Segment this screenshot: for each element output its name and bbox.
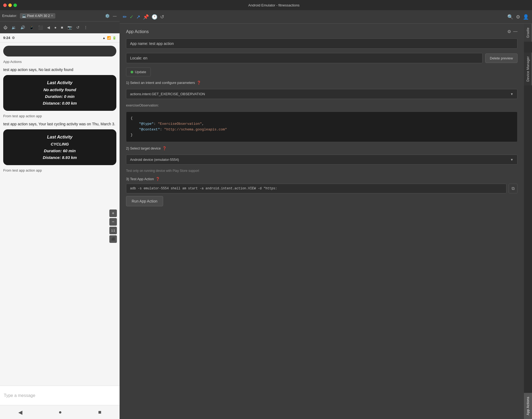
chat-text-1: test app action says, No last activity f… xyxy=(3,67,116,72)
section-2-help-icon[interactable]: ❓ xyxy=(162,146,167,150)
code-type-key: "@type" xyxy=(131,122,154,126)
code-brace-close: } xyxy=(131,133,133,137)
device-tab[interactable]: 💻 Pixel 4 API 30 2 ✕ xyxy=(20,13,56,19)
command-row: adb -s emulator-5554 shell am start -a a… xyxy=(126,184,517,193)
right-toolbar: ✏ ✓ ↗ 📌 🕐 ↺ 🔍 ⚙ 👤 xyxy=(120,10,532,24)
pin-icon[interactable]: 📌 xyxy=(143,14,149,20)
status-time: 9:24 xyxy=(3,36,10,40)
fit-screen-button[interactable]: ⬛ xyxy=(109,235,117,243)
app-actions-content: App Actions ⚙ — App name: test app actio… xyxy=(120,24,524,419)
pencil-icon[interactable]: ✏ xyxy=(123,14,127,20)
minimize-icon[interactable]: — xyxy=(112,13,117,19)
app-name-field[interactable]: App name: test app action xyxy=(126,38,517,49)
screenshot-icon[interactable]: 📷 xyxy=(67,24,73,30)
minimize-button[interactable] xyxy=(8,3,12,7)
settings-icon[interactable]: ⚙️ xyxy=(104,13,110,19)
rewind-icon[interactable]: ↺ xyxy=(76,24,80,30)
check-icon[interactable]: ✓ xyxy=(130,14,134,20)
intent-dropdown-arrow: ▼ xyxy=(510,92,513,96)
message-placeholder: Type a message xyxy=(4,393,35,398)
command-input: adb -s emulator-5554 shell am start -a a… xyxy=(126,184,506,193)
home-nav-icon[interactable]: ● xyxy=(59,409,62,415)
update-label: Update xyxy=(135,70,146,74)
update-button[interactable]: Update xyxy=(126,68,151,76)
emulator-label: Emulator: xyxy=(2,14,17,18)
card2-title: Last Activity xyxy=(9,135,111,140)
param-label: exerciseObservation: xyxy=(126,103,517,107)
undo-icon[interactable]: ↺ xyxy=(160,14,164,20)
back-nav-icon[interactable]: ◀ xyxy=(18,409,22,416)
traffic-lights xyxy=(3,3,17,7)
from-label-2: From test app action app xyxy=(3,113,116,119)
locale-field[interactable]: Locale: en xyxy=(126,53,483,63)
app-actions-panel: App Actions ⚙ — App name: test app actio… xyxy=(120,24,532,419)
title-bar: Android Emulator - fitnessactions xyxy=(0,0,532,10)
card1-line1: No activity found xyxy=(9,87,111,92)
code-block: { "@type": "ExerciseObservation", "@cont… xyxy=(126,112,517,142)
activity-card-2: Last Activity CYCLING Duration: 60 min D… xyxy=(3,129,116,165)
device-close-icon[interactable]: ✕ xyxy=(51,14,53,17)
clock-icon[interactable]: 🕐 xyxy=(152,14,157,20)
gradle-tab[interactable]: Gradle xyxy=(524,24,532,42)
window-title: Android Emulator - fitnessactions xyxy=(19,3,529,7)
section-1-label: 1) Select an intent and configure parame… xyxy=(126,81,517,85)
wifi-icon: ▲ xyxy=(102,36,106,40)
intent-value: actions.intent.GET_EXERCISE_OBSERVATION xyxy=(130,92,205,96)
home-icon[interactable]: ● xyxy=(53,24,57,30)
from-label-1: App Actions xyxy=(3,59,116,64)
rotate-icon[interactable]: 📱 xyxy=(28,24,35,30)
message-input-area[interactable]: Type a message xyxy=(0,386,120,405)
volume-up-icon[interactable]: 🔊 xyxy=(20,24,26,30)
code-brace-open: { xyxy=(131,116,133,120)
code-colon1: : xyxy=(154,122,158,126)
close-button[interactable] xyxy=(3,3,7,7)
emulator-panel: Emulator: 💻 Pixel 4 API 30 2 ✕ ⚙️ — ⏻ 🔉 … xyxy=(0,10,120,419)
recents-nav-icon[interactable]: ■ xyxy=(98,409,101,415)
copy-button[interactable]: ⧉ xyxy=(509,184,517,193)
signal-icon: 📶 xyxy=(107,36,111,40)
power-icon[interactable]: ⏻ xyxy=(3,24,8,30)
stop-icon[interactable]: ■ xyxy=(60,24,64,30)
panel-title-icons: ⚙ — xyxy=(507,29,517,34)
person-icon[interactable]: 👤 xyxy=(523,14,529,20)
activity-card-1: Last Activity No activity found Duration… xyxy=(3,75,116,111)
section-3-area: 3) Test App Action ❓ adb -s emulator-555… xyxy=(126,177,517,206)
code-context-val: "http://schema.googleapis.com" xyxy=(164,127,227,132)
intent-dropdown[interactable]: actions.intent.GET_EXERCISE_OBSERVATION … xyxy=(126,89,517,99)
settings-icon[interactable]: ⚙ xyxy=(516,14,520,20)
zoom-in-button[interactable]: + xyxy=(109,210,117,217)
right-panel: ✏ ✓ ↗ 📌 🕐 ↺ 🔍 ⚙ 👤 App Actions ⚙ — xyxy=(120,10,532,419)
device-name: Pixel 4 API 30 2 xyxy=(27,14,50,18)
volume-down-icon[interactable]: 🔉 xyxy=(11,24,17,30)
arrow-up-icon[interactable]: ↗ xyxy=(136,14,140,20)
app-actions-tab[interactable]: App Actions xyxy=(524,393,532,419)
section-3-help-icon[interactable]: ❓ xyxy=(156,177,160,181)
run-app-action-button[interactable]: Run App Action xyxy=(126,196,163,206)
card2-line1: CYCLING xyxy=(9,142,111,146)
from-label-3: From test app action app xyxy=(3,168,116,173)
search-icon[interactable]: 🔍 xyxy=(507,14,513,20)
device-dropdown[interactable]: Android device (emulator-5554) ▼ xyxy=(126,155,517,165)
zoom-reset-button[interactable]: 1:1 xyxy=(109,227,117,234)
zoom-out-button[interactable]: − xyxy=(109,218,117,226)
card1-line3: Distance: 0.00 km xyxy=(9,101,111,105)
panel-minimize-icon[interactable]: — xyxy=(513,29,517,34)
more-icon[interactable]: ⋮ xyxy=(83,24,88,30)
emulator-toolbar: Emulator: 💻 Pixel 4 API 30 2 ✕ ⚙️ — xyxy=(0,10,120,22)
code-comma1: , xyxy=(202,122,204,126)
panel-settings-icon[interactable]: ⚙ xyxy=(507,29,511,34)
section-1-text: 1) Select an intent and configure parame… xyxy=(126,81,195,85)
fold-icon[interactable]: ⬛ xyxy=(37,24,44,30)
section-1-help-icon[interactable]: ❓ xyxy=(197,81,201,85)
maximize-button[interactable] xyxy=(13,3,17,7)
device-value: Android device (emulator-5554) xyxy=(130,158,179,162)
locale-row: Locale: en Delete preview xyxy=(126,53,517,63)
device-dropdown-arrow: ▼ xyxy=(510,158,513,162)
card2-line3: Distance: 8.93 km xyxy=(9,155,111,160)
delete-preview-button[interactable]: Delete preview xyxy=(485,54,517,63)
chat-header-bar xyxy=(3,46,116,56)
card1-line2: Duration: 0 min xyxy=(9,94,111,99)
card1-title: Last Activity xyxy=(9,80,111,85)
back-icon[interactable]: ◀ xyxy=(46,24,51,30)
device-manager-tab[interactable]: Device Manager xyxy=(524,52,532,85)
